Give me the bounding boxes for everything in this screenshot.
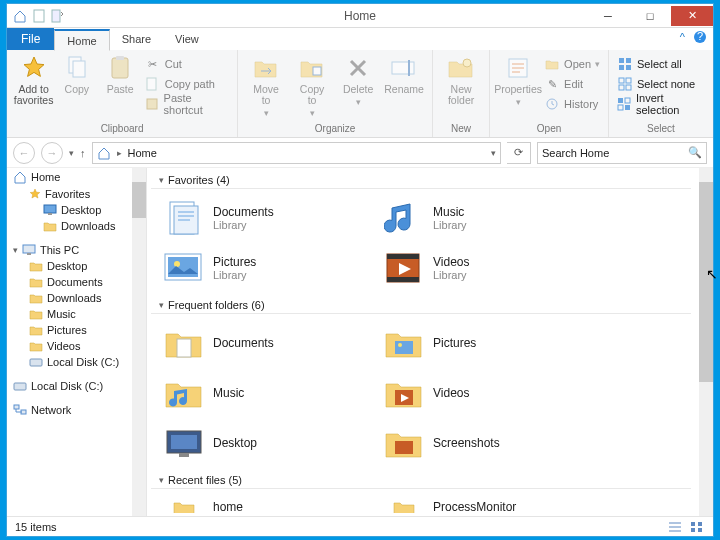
- file-processmonitor[interactable]: ProcessMonitor: [381, 493, 601, 513]
- address-toolbar: ← → ▾ ↑ ▸ Home ▾ ⟳ Search Home 🔍: [7, 138, 713, 168]
- favorites-grid: DocumentsLibrary MusicLibrary PicturesLi…: [147, 193, 713, 293]
- refresh-button[interactable]: ⟳: [507, 142, 531, 164]
- open-button[interactable]: Open ▾: [542, 54, 602, 74]
- tree-home[interactable]: Home: [7, 168, 146, 186]
- move-to-button[interactable]: Move to▾: [244, 52, 288, 118]
- invert-icon: [617, 96, 632, 112]
- new-folder-button[interactable]: New folder: [439, 52, 483, 106]
- svg-point-40: [174, 261, 180, 267]
- details-view-button[interactable]: [667, 520, 683, 534]
- recent-grid: home ProcessMonitor: [147, 493, 713, 513]
- tree-desktop[interactable]: Desktop: [7, 258, 146, 274]
- svg-rect-22: [619, 85, 624, 90]
- svg-text:?: ?: [697, 30, 703, 42]
- tab-view[interactable]: View: [163, 28, 211, 50]
- tree-videos[interactable]: Videos: [7, 338, 146, 354]
- folder-documents[interactable]: Documents: [161, 318, 381, 368]
- tree-fav-desktop[interactable]: Desktop: [7, 202, 146, 218]
- close-button[interactable]: ✕: [671, 6, 713, 26]
- tree-downloads[interactable]: Downloads: [7, 290, 146, 306]
- qat-newfile-icon[interactable]: [33, 9, 45, 23]
- history-button[interactable]: History: [542, 94, 602, 114]
- svg-rect-12: [408, 60, 410, 76]
- folder-screenshots[interactable]: Screenshots: [381, 418, 601, 468]
- tab-share[interactable]: Share: [110, 28, 163, 50]
- tree-scrollbar[interactable]: [132, 168, 146, 516]
- tree-pictures[interactable]: Pictures: [7, 322, 146, 338]
- ribbon-collapse-icon[interactable]: ^: [680, 31, 685, 43]
- paste-button[interactable]: Paste: [99, 52, 140, 95]
- folder-desktop[interactable]: Desktop: [161, 418, 381, 468]
- qat-dropdown-icon[interactable]: [51, 9, 63, 23]
- add-to-favorites-button[interactable]: Add to favorites: [13, 52, 54, 106]
- icons-view-button[interactable]: [689, 520, 705, 534]
- svg-rect-18: [619, 65, 624, 70]
- tree-music[interactable]: Music: [7, 306, 146, 322]
- lib-documents[interactable]: DocumentsLibrary: [161, 193, 381, 243]
- lib-videos[interactable]: VideosLibrary: [381, 243, 601, 293]
- svg-rect-26: [618, 105, 623, 110]
- qat-home-icon[interactable]: [13, 9, 27, 23]
- maximize-button[interactable]: □: [629, 6, 671, 26]
- nav-tree[interactable]: Home Favorites Desktop Downloads ▾This P…: [7, 168, 147, 516]
- file-home[interactable]: home: [161, 493, 381, 513]
- forward-button[interactable]: →: [41, 142, 63, 164]
- collapse-icon: ▾: [159, 175, 164, 185]
- cut-button[interactable]: ✂Cut: [143, 54, 231, 74]
- tree-localdisk[interactable]: Local Disk (C:): [7, 354, 146, 370]
- tree-localdisk2[interactable]: Local Disk (C:): [7, 378, 146, 394]
- search-input[interactable]: Search Home 🔍: [537, 142, 707, 164]
- svg-rect-9: [147, 99, 157, 109]
- content-scroll-thumb[interactable]: [699, 182, 713, 382]
- copy-to-button[interactable]: Copy to▾: [290, 52, 334, 118]
- help-icon[interactable]: ?: [693, 30, 707, 44]
- tree-scroll-thumb[interactable]: [132, 182, 146, 218]
- paste-icon: [106, 54, 134, 82]
- tab-home[interactable]: Home: [54, 29, 109, 51]
- svg-rect-28: [44, 205, 56, 213]
- properties-button[interactable]: Properties▾: [496, 52, 540, 107]
- folder-music[interactable]: Music: [161, 368, 381, 418]
- tree-documents[interactable]: Documents: [7, 274, 146, 290]
- delete-button[interactable]: Delete▾: [336, 52, 380, 107]
- history-dropdown-icon[interactable]: ▾: [69, 148, 74, 158]
- tree-favorites[interactable]: Favorites: [7, 186, 146, 202]
- minimize-button[interactable]: ─: [587, 6, 629, 26]
- copy-path-button[interactable]: Copy path: [143, 74, 231, 94]
- chevron-down-icon[interactable]: ▾: [491, 148, 496, 158]
- lib-pictures[interactable]: PicturesLibrary: [161, 243, 381, 293]
- select-none-button[interactable]: Select none: [615, 74, 707, 94]
- tree-fav-downloads[interactable]: Downloads: [7, 218, 146, 234]
- lib-music[interactable]: MusicLibrary: [381, 193, 601, 243]
- group-organize: Move to▾ Copy to▾ Delete▾ Rename Organiz…: [238, 50, 433, 137]
- svg-rect-50: [179, 453, 189, 457]
- tab-file[interactable]: File: [7, 28, 54, 50]
- copypath-icon: [145, 76, 161, 92]
- breadcrumb-location[interactable]: Home: [128, 147, 157, 159]
- folder-videos[interactable]: Videos: [381, 368, 601, 418]
- edit-button[interactable]: ✎Edit: [542, 74, 602, 94]
- svg-rect-27: [625, 105, 630, 110]
- section-favorites-header[interactable]: ▾Favorites (4): [151, 168, 691, 189]
- content-pane[interactable]: ▾Favorites (4) DocumentsLibrary MusicLib…: [147, 168, 713, 516]
- folder-music-icon: [163, 372, 205, 414]
- folder-pictures[interactable]: Pictures: [381, 318, 601, 368]
- section-recent-header[interactable]: ▾Recent files (5): [151, 468, 691, 489]
- address-bar[interactable]: ▸ Home ▾: [92, 142, 502, 164]
- tree-network[interactable]: Network: [7, 402, 146, 418]
- copy-button[interactable]: Copy: [56, 52, 97, 95]
- select-all-button[interactable]: Select all: [615, 54, 707, 74]
- content-scrollbar[interactable]: [699, 168, 713, 516]
- up-button[interactable]: ↑: [80, 147, 86, 159]
- svg-rect-19: [626, 65, 631, 70]
- svg-rect-6: [112, 58, 128, 78]
- paste-shortcut-button[interactable]: Paste shortcut: [143, 94, 231, 114]
- svg-rect-16: [619, 58, 624, 63]
- folder-videos-icon: [383, 372, 425, 414]
- svg-rect-21: [626, 78, 631, 83]
- invert-selection-button[interactable]: Invert selection: [615, 94, 707, 114]
- section-frequent-header[interactable]: ▾Frequent folders (6): [151, 293, 691, 314]
- rename-button[interactable]: Rename: [382, 52, 426, 95]
- tree-thispc[interactable]: ▾This PC: [7, 242, 146, 258]
- back-button[interactable]: ←: [13, 142, 35, 164]
